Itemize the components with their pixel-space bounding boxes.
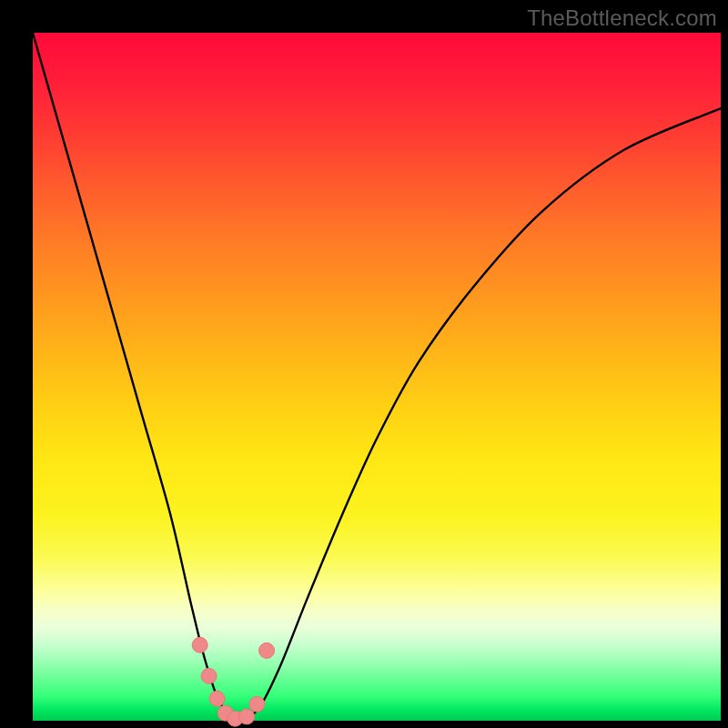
valley-marker bbox=[259, 642, 275, 658]
valley-marker bbox=[249, 696, 265, 712]
valley-marker bbox=[209, 691, 225, 706]
axis-left-gutter bbox=[0, 0, 33, 728]
bottleneck-curve-svg bbox=[33, 33, 721, 721]
watermark-text: TheBottleneck.com bbox=[527, 5, 717, 31]
valley-marker bbox=[239, 709, 255, 724]
valley-markers bbox=[192, 637, 274, 726]
plot-area bbox=[33, 33, 721, 721]
axis-bottom-gutter bbox=[0, 721, 728, 728]
chart-frame: TheBottleneck.com bbox=[0, 0, 728, 728]
valley-marker bbox=[201, 668, 217, 683]
bottleneck-curve bbox=[33, 33, 721, 721]
valley-marker bbox=[192, 637, 207, 652]
